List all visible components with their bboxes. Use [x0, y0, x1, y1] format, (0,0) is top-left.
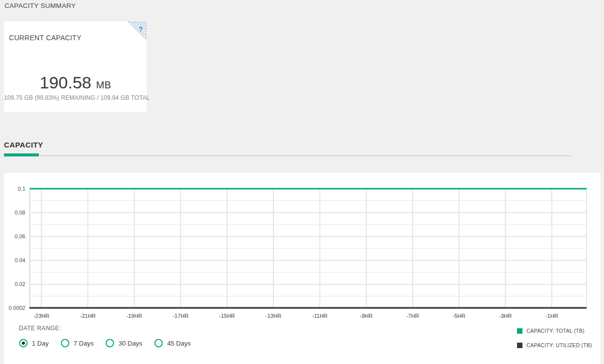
x-tick-label: -13HR	[265, 313, 281, 319]
capacity-chart-svg: 0.10.080.060.040.020.0002-23HR-21HR-19HR…	[4, 173, 601, 322]
x-tick-label: -11HR	[312, 313, 328, 319]
radio-unselected-icon	[105, 339, 114, 348]
capacity-value-row: 190.58 MB	[4, 73, 147, 92]
help-corner-icon[interactable]: ?	[128, 21, 147, 40]
current-capacity-card: ? CURRENT CAPACITY 190.58 MB 109.75 GB (…	[4, 21, 147, 112]
legend-swatch-icon	[517, 343, 522, 348]
radio-label: 45 Days	[167, 340, 191, 347]
legend-item-capacity-total-tb: CAPACITY: TOTAL (TB)	[517, 328, 592, 334]
date-range-options: 1 Day7 Days30 Days45 Days	[19, 339, 191, 348]
radio-option-30-days[interactable]: 30 Days	[105, 339, 142, 348]
radio-selected-icon	[19, 339, 28, 348]
radio-option-1-day[interactable]: 1 Day	[19, 339, 49, 348]
card-title: CURRENT CAPACITY	[9, 34, 82, 42]
radio-option-7-days[interactable]: 7 Days	[61, 339, 93, 348]
x-tick-label: -19HR	[126, 313, 142, 319]
question-mark-glyph: ?	[139, 25, 143, 33]
section-rule-line	[39, 155, 571, 156]
x-tick-label: -5HR	[452, 313, 465, 319]
x-tick-label: -3HR	[499, 313, 512, 319]
x-tick-label: -23HR	[33, 313, 49, 319]
radio-unselected-icon	[154, 339, 163, 348]
x-tick-label: -9HR	[360, 313, 373, 319]
radio-label: 7 Days	[74, 340, 93, 347]
legend-label: CAPACITY: UTILIZED (TB)	[526, 342, 592, 348]
legend-label: CAPACITY: TOTAL (TB)	[526, 328, 585, 334]
y-tick-label: 0.04	[15, 257, 25, 263]
x-tick-label: -21HR	[80, 313, 96, 319]
capacity-value: 190.58	[40, 73, 91, 92]
date-range-label: DATE RANGE:	[19, 325, 61, 332]
y-tick-label: 0.06	[15, 233, 25, 239]
chart-panel: 0.10.080.060.040.020.0002-23HR-21HR-19HR…	[4, 173, 601, 364]
capacity-unit: MB	[96, 79, 111, 90]
x-tick-label: -7HR	[406, 313, 419, 319]
y-tick-label: 0.02	[15, 281, 25, 287]
capacity-subtitle: 109.75 GB (99.83%) REMAINING / 109.94 GB…	[4, 94, 147, 101]
help-triangle	[128, 22, 146, 40]
radio-label: 30 Days	[118, 340, 142, 347]
radio-label: 1 Day	[32, 340, 49, 347]
legend-swatch-icon	[517, 328, 522, 334]
radio-unselected-icon	[61, 339, 70, 348]
section-rule-accent	[4, 153, 39, 156]
x-tick-label: -1HR	[545, 313, 558, 319]
legend-item-capacity-utilized-tb: CAPACITY: UTILIZED (TB)	[517, 342, 592, 348]
x-tick-label: -17HR	[173, 313, 188, 319]
chart-legend: CAPACITY: TOTAL (TB)CAPACITY: UTILIZED (…	[517, 328, 592, 357]
radio-option-45-days[interactable]: 45 Days	[154, 339, 191, 348]
section-rule	[4, 152, 571, 156]
capacity-chart: 0.10.080.060.040.020.0002-23HR-21HR-19HR…	[4, 173, 601, 322]
page-title: CAPACITY SUMMARY	[4, 2, 76, 9]
y-tick-label: 0.0002	[8, 305, 25, 311]
y-tick-label: 0.1	[18, 186, 25, 192]
x-tick-label: -15HR	[219, 313, 235, 319]
section-title: CAPACITY	[4, 141, 43, 149]
y-tick-label: 0.08	[15, 210, 25, 216]
